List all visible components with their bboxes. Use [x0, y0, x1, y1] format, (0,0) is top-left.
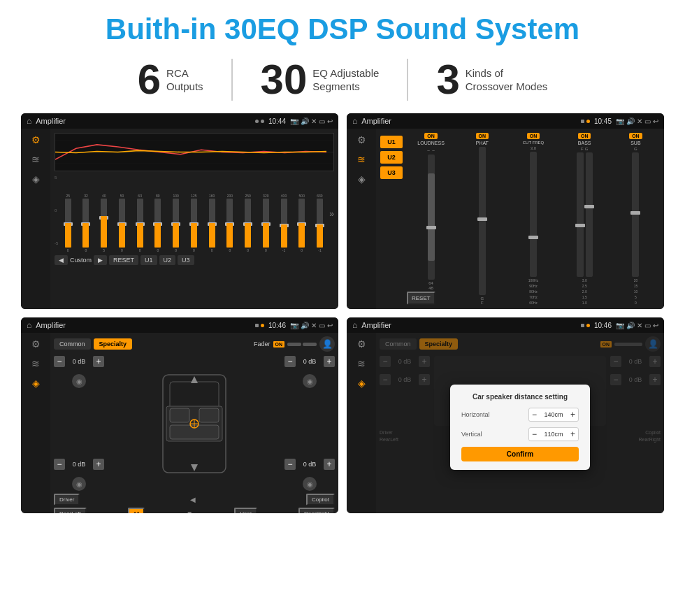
- home-icon[interactable]: ⌂: [27, 116, 31, 126]
- fader-row-4: − 0 dB +: [284, 459, 335, 470]
- dist-home-icon[interactable]: ⌂: [352, 320, 357, 330]
- eq-status-dots: [255, 120, 264, 123]
- left-arrow-icon[interactable]: ◀: [190, 496, 196, 503]
- fader-slider-h2[interactable]: [303, 343, 317, 346]
- volume-icon: 🔊: [301, 117, 309, 125]
- loudness-toggle[interactable]: ON: [424, 133, 438, 139]
- fader-plus-4[interactable]: +: [324, 459, 335, 470]
- eq-status-icons: 📷 🔊 ✕ ▭ ↩: [290, 117, 333, 125]
- expand-icon[interactable]: »: [329, 209, 334, 219]
- dot1: [255, 120, 259, 123]
- dialog-horizontal-plus[interactable]: +: [570, 410, 575, 420]
- fader-home-icon[interactable]: ⌂: [27, 320, 31, 330]
- eq-prev-btn[interactable]: ◀: [55, 255, 68, 265]
- preset-u1[interactable]: U1: [380, 136, 403, 148]
- fader-sb-icon3[interactable]: ◈: [32, 378, 40, 389]
- sub-slider[interactable]: [632, 152, 639, 277]
- tab-specialty[interactable]: Specialty: [94, 338, 133, 350]
- user-btn[interactable]: User: [234, 508, 257, 513]
- tab-common[interactable]: Common: [54, 338, 91, 350]
- fader-plus-2[interactable]: +: [93, 459, 104, 470]
- sub-toggle[interactable]: ON: [629, 133, 642, 139]
- freq-320: 320: [263, 194, 268, 198]
- eq-band-6[interactable]: [154, 199, 161, 248]
- dialog-vertical-plus[interactable]: +: [570, 429, 575, 439]
- eq-band-8[interactable]: [191, 199, 197, 248]
- confirm-button[interactable]: Confirm: [461, 447, 579, 461]
- eq-band-15[interactable]: [317, 199, 323, 248]
- eq-band-4[interactable]: [119, 199, 125, 248]
- eq-u1-btn[interactable]: U1: [140, 255, 157, 265]
- fader-minus-3[interactable]: −: [284, 356, 296, 367]
- eq-reset-btn[interactable]: RESET: [109, 255, 138, 265]
- rearright-btn[interactable]: RearRight: [298, 508, 335, 513]
- preset-u2[interactable]: U2: [380, 151, 403, 164]
- cross-sb-icon3[interactable]: ◈: [358, 173, 366, 185]
- cross-sb-icon1[interactable]: ⚙: [357, 134, 366, 145]
- fader-slider-h1[interactable]: [287, 343, 301, 346]
- eq-band-9[interactable]: [209, 199, 215, 248]
- phat-toggle[interactable]: ON: [476, 133, 489, 139]
- distance-screen-card: ⌂ Amplifier 10:46 📷 🔊 ✕ ▭ ↩ ⚙ ≋: [347, 317, 664, 513]
- dist-on-badge: ON: [600, 341, 612, 348]
- dist-back-icon[interactable]: ↩: [653, 322, 658, 329]
- down-arrow-icon[interactable]: ▼: [186, 510, 193, 513]
- cross-reset-btn[interactable]: RESET: [407, 292, 435, 305]
- eq-band-13[interactable]: [281, 199, 287, 248]
- cutfreq-toggle[interactable]: ON: [527, 133, 540, 139]
- dist-avatar-icon[interactable]: 👤: [645, 336, 661, 352]
- fader-back-icon[interactable]: ↩: [327, 322, 333, 329]
- avatar-icon[interactable]: 👤: [319, 336, 335, 352]
- dist-sb-icon1[interactable]: ⚙: [357, 338, 366, 350]
- driver-btn[interactable]: Driver: [54, 494, 80, 506]
- all-btn[interactable]: All: [128, 508, 145, 513]
- eq-band-2[interactable]: [82, 199, 89, 248]
- bass-slider-2[interactable]: [586, 152, 593, 277]
- fader-sb-icon2[interactable]: ≋: [31, 358, 40, 369]
- eq-band-11[interactable]: [245, 199, 251, 248]
- freq-50: 50: [120, 194, 124, 198]
- eq-u2-btn[interactable]: U2: [159, 255, 176, 265]
- eq-screen-content: ⚙ ≋ ◈: [21, 129, 338, 309]
- back-icon[interactable]: ↩: [327, 117, 333, 125]
- cross-home-icon[interactable]: ⌂: [352, 116, 357, 126]
- bass-slider-1[interactable]: [577, 152, 584, 277]
- eq-band-1[interactable]: [65, 199, 71, 248]
- rearleft-btn[interactable]: RearLeft: [54, 508, 87, 513]
- cross-sb-icon2[interactable]: ≋: [357, 154, 366, 165]
- fader-plus-3[interactable]: +: [324, 356, 335, 367]
- eq-band-12[interactable]: [263, 199, 269, 248]
- fader-sb-icon1[interactable]: ⚙: [31, 338, 41, 350]
- bass-toggle[interactable]: ON: [578, 133, 591, 139]
- dist-sb-icon3[interactable]: ◈: [358, 378, 366, 389]
- preset-u3[interactable]: U3: [380, 166, 403, 179]
- eq-band-5[interactable]: [137, 199, 143, 248]
- loudness-slider[interactable]: [428, 155, 435, 280]
- loudness-label: LOUDNESS: [417, 141, 445, 145]
- eq-play-btn[interactable]: ▶: [94, 255, 107, 265]
- dialog-vertical-minus[interactable]: −: [532, 429, 537, 439]
- dist-tab-common[interactable]: Common: [380, 338, 417, 350]
- bass-val-2: 2.0: [582, 289, 587, 294]
- eq-sidebar-wave-icon[interactable]: ≋: [31, 154, 40, 165]
- eq-time: 10:44: [268, 117, 286, 125]
- eq-u3-btn[interactable]: U3: [178, 255, 194, 265]
- cross-back-icon[interactable]: ↩: [653, 117, 658, 125]
- copilot-btn[interactable]: Copilot: [306, 494, 335, 506]
- fader-minus-2[interactable]: −: [54, 459, 65, 470]
- dist-sb-icon2[interactable]: ≋: [357, 358, 366, 369]
- fader-on-badge[interactable]: ON: [273, 341, 285, 348]
- fader-plus-1[interactable]: +: [93, 356, 104, 367]
- dist-tab-specialty[interactable]: Specialty: [419, 338, 459, 350]
- eq-band-10[interactable]: [226, 199, 233, 248]
- eq-band-7[interactable]: [173, 199, 179, 248]
- eq-band-3[interactable]: [101, 199, 107, 248]
- eq-sidebar-vol-icon[interactable]: ◈: [32, 173, 40, 185]
- cutfreq-slider[interactable]: [530, 152, 537, 277]
- dialog-horizontal-minus[interactable]: −: [532, 410, 537, 420]
- fader-minus-4[interactable]: −: [284, 459, 296, 470]
- phat-slider[interactable]: [479, 147, 486, 295]
- eq-sidebar-eq-icon[interactable]: ⚙: [31, 134, 41, 145]
- fader-minus-1[interactable]: −: [54, 356, 65, 367]
- eq-band-14[interactable]: [298, 199, 305, 248]
